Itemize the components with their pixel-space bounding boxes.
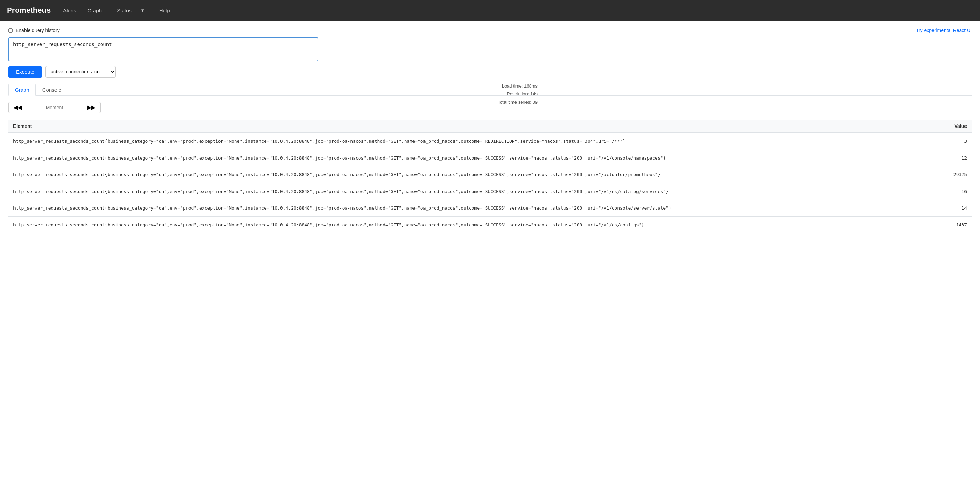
table-row: http_server_requests_seconds_count{busin… xyxy=(8,133,972,149)
query-area: Load time: 168ms Resolution: 14s Total t… xyxy=(8,37,546,62)
query-history-row: Enable query history Try experimental Re… xyxy=(8,27,972,33)
time-controls: ◀◀ ▶▶ xyxy=(8,102,972,113)
metric-select[interactable]: active_connections_co xyxy=(46,66,116,78)
value-cell: 16 xyxy=(931,183,972,200)
table-row: http_server_requests_seconds_count{busin… xyxy=(8,200,972,217)
table-row: http_server_requests_seconds_count{busin… xyxy=(8,167,972,183)
element-cell: http_server_requests_seconds_count{busin… xyxy=(8,149,931,167)
value-cell: 3 xyxy=(931,133,972,149)
status-dropdown-icon: ▾ xyxy=(137,5,148,16)
nav-item-alerts[interactable]: Alerts xyxy=(59,8,80,13)
nav-item-help[interactable]: Help xyxy=(155,8,174,13)
nav-menu: Alerts Graph Status ▾ Help xyxy=(59,3,174,17)
value-cell: 1437 xyxy=(931,216,972,233)
nav-item-graph[interactable]: Graph xyxy=(83,8,106,13)
total-series-stat: Total time series: 39 xyxy=(498,98,538,106)
value-cell: 29325 xyxy=(931,167,972,183)
execute-row: Execute active_connections_co xyxy=(8,66,972,78)
element-cell: http_server_requests_seconds_count{busin… xyxy=(8,133,931,149)
time-next-button[interactable]: ▶▶ xyxy=(82,102,100,113)
execute-button[interactable]: Execute xyxy=(8,66,42,78)
resolution-stat: Resolution: 14s xyxy=(498,90,538,98)
element-cell: http_server_requests_seconds_count{busin… xyxy=(8,216,931,233)
results-table: Element Value http_server_requests_secon… xyxy=(8,120,972,233)
table-row: http_server_requests_seconds_count{busin… xyxy=(8,216,972,233)
time-prev-button[interactable]: ◀◀ xyxy=(8,102,27,113)
col-element: Element xyxy=(8,120,931,133)
table-header: Element Value xyxy=(8,120,972,133)
stats-area: Load time: 168ms Resolution: 14s Total t… xyxy=(498,82,538,106)
load-time-stat: Load time: 168ms xyxy=(498,82,538,90)
table-body: http_server_requests_seconds_count{busin… xyxy=(8,133,972,233)
try-react-link[interactable]: Try experimental React UI xyxy=(916,27,972,33)
element-cell: http_server_requests_seconds_count{busin… xyxy=(8,167,931,183)
value-cell: 12 xyxy=(931,149,972,167)
value-cell: 14 xyxy=(931,200,972,217)
element-cell: http_server_requests_seconds_count{busin… xyxy=(8,183,931,200)
nav-item-status[interactable]: Status ▾ xyxy=(108,3,152,17)
tab-bar: Graph Console xyxy=(8,84,972,96)
tab-graph[interactable]: Graph xyxy=(8,84,36,96)
brand-logo[interactable]: Prometheus xyxy=(7,6,51,15)
navbar: Prometheus Alerts Graph Status ▾ Help xyxy=(0,0,980,21)
col-value: Value xyxy=(931,120,972,133)
table-row: http_server_requests_seconds_count{busin… xyxy=(8,149,972,167)
table-row: http_server_requests_seconds_count{busin… xyxy=(8,183,972,200)
tab-console[interactable]: Console xyxy=(36,84,68,95)
query-input[interactable] xyxy=(8,37,318,61)
element-cell: http_server_requests_seconds_count{busin… xyxy=(8,200,931,217)
main-content: Enable query history Try experimental Re… xyxy=(0,21,980,240)
query-history-label[interactable]: Enable query history xyxy=(8,27,60,33)
moment-input[interactable] xyxy=(27,102,82,113)
query-history-checkbox[interactable] xyxy=(8,28,13,33)
